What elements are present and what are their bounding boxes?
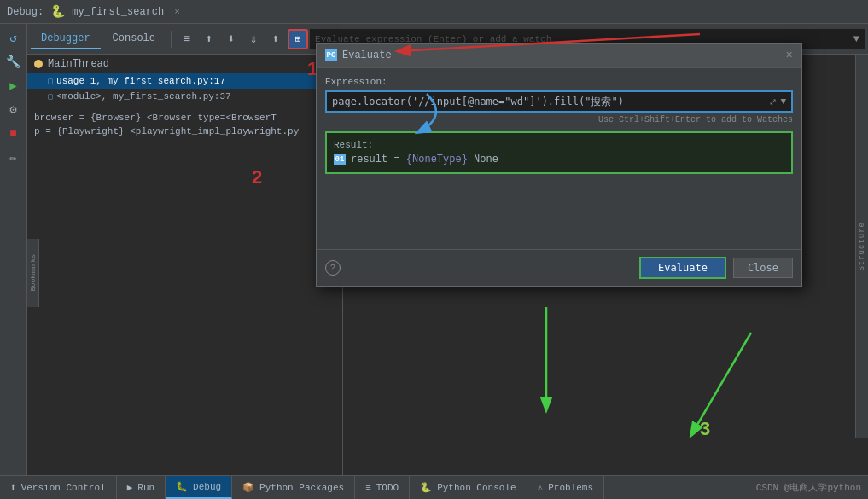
var-playwright: p = {Playwright} <playwright_impl_playwr… xyxy=(31,125,339,138)
step-into-button[interactable]: ⬇ xyxy=(221,29,242,49)
run-icon: ▶ xyxy=(127,482,133,493)
frame-item-1[interactable]: ▢ <module>, my_first_search.py:37 xyxy=(27,89,342,104)
frames-panel: MainThread ▢ usage_1, my_first_search.py… xyxy=(27,55,343,475)
bookmarks-sidebar: Bookmarks xyxy=(27,239,39,307)
packages-icon: 📦 xyxy=(242,482,254,493)
sidebar-play-icon[interactable]: ▶ xyxy=(3,75,24,96)
run-to-cursor-button[interactable]: ⬆ xyxy=(265,29,286,49)
sidebar-wrench-icon[interactable]: 🔧 xyxy=(3,51,24,72)
close-button[interactable]: Close xyxy=(733,258,793,278)
left-sidebar: ↺ 🔧 ▶ ⚙ ■ ✏ xyxy=(0,24,27,475)
dropdown-icon[interactable]: ▼ xyxy=(780,96,786,107)
help-button[interactable]: ? xyxy=(325,260,341,276)
status-python-packages[interactable]: 📦 Python Packages xyxy=(232,476,355,499)
marker-2: 2 xyxy=(252,166,262,189)
dialog-titlebar: PC Evaluate × xyxy=(317,44,801,68)
todo-label: TODO xyxy=(376,483,399,493)
status-todo[interactable]: ≡ TODO xyxy=(355,476,410,499)
expression-input-wrap[interactable]: ⤢ ▼ xyxy=(325,90,793,113)
variables-area: browser = {Browser} <Browser type=<Brows… xyxy=(27,104,342,475)
frame-icon-1: ▢ xyxy=(48,91,53,102)
result-text: result = {NoneType} None xyxy=(351,154,498,165)
dialog-empty-space xyxy=(325,181,793,241)
result-item: 01 result = {NoneType} None xyxy=(334,154,784,165)
watch-dropdown-icon[interactable]: ▼ xyxy=(853,33,859,45)
structure-sidebar: Structure xyxy=(855,55,868,438)
todo-icon: ≡ xyxy=(365,483,371,493)
debug-status-label: Debug xyxy=(193,482,221,492)
console-icon: 🐍 xyxy=(420,482,432,493)
result-pc-icon: 01 xyxy=(334,154,346,165)
frame-item-0[interactable]: ▢ usage_1, my_first_search.py:17 xyxy=(27,73,342,89)
vc-icon: ⬆ xyxy=(10,482,16,493)
step-out-button[interactable]: ⇓ xyxy=(243,29,264,49)
packages-label: Python Packages xyxy=(259,483,344,493)
sidebar-refresh-icon[interactable]: ↺ xyxy=(3,27,24,48)
expression-hint: Use Ctrl+Shift+Enter to add to Watches xyxy=(325,115,793,125)
status-problems[interactable]: ⚠ Problems xyxy=(527,476,604,499)
status-python-console[interactable]: 🐍 Python Console xyxy=(410,476,527,499)
result-value: None xyxy=(474,154,498,165)
structure-label: Structure xyxy=(858,222,866,271)
expression-input[interactable] xyxy=(332,96,766,107)
evaluate-dialog: PC Evaluate × Expression: ⤢ ▼ Use Ctrl+S… xyxy=(316,43,802,287)
debug-label: Debug: xyxy=(7,6,44,18)
dialog-footer: ? Evaluate Close xyxy=(317,249,801,286)
expand-icon[interactable]: ⤢ xyxy=(769,96,777,107)
debug-status-icon: 🐛 xyxy=(176,481,188,492)
problems-icon: ⚠ xyxy=(538,482,544,493)
result-type: {NoneType} xyxy=(406,154,468,165)
status-version-control[interactable]: ⬆ Version Control xyxy=(0,476,117,499)
expression-label: Expression: xyxy=(325,77,793,87)
dialog-title-text: Evaluate xyxy=(342,49,392,61)
toolbar-separator-1 xyxy=(171,31,172,48)
dialog-pc-icon: PC xyxy=(325,49,337,61)
tab-debugger[interactable]: Debugger xyxy=(31,29,101,49)
expression-section: Expression: ⤢ ▼ Use Ctrl+Shift+Enter to … xyxy=(325,77,793,125)
status-debug[interactable]: 🐛 Debug xyxy=(166,476,232,499)
status-right-text: CSDN @电商人学python xyxy=(749,476,868,499)
result-name: result xyxy=(351,154,387,165)
run-label: Run xyxy=(137,483,154,493)
title-close-icon[interactable]: × xyxy=(174,7,180,17)
dialog-body: Expression: ⤢ ▼ Use Ctrl+Shift+Enter to … xyxy=(317,68,801,249)
vc-label: Version Control xyxy=(21,483,106,493)
result-section: Result: 01 result = {NoneType} None xyxy=(325,131,793,174)
result-label: Result: xyxy=(334,140,784,150)
dialog-close-button[interactable]: × xyxy=(786,49,793,62)
frame-icon-0: ▢ xyxy=(48,76,53,86)
sidebar-gear-icon[interactable]: ⚙ xyxy=(3,99,24,119)
title-snake-icon: 🐍 xyxy=(50,4,65,19)
tab-console[interactable]: Console xyxy=(102,29,166,49)
evaluate-expression-button[interactable]: ⊞ xyxy=(288,29,308,49)
bookmarks-label: Bookmarks xyxy=(29,254,37,291)
rerun-button[interactable]: ≡ xyxy=(177,29,197,49)
status-bar: ⬆ Version Control ▶ Run 🐛 Debug 📦 Python… xyxy=(0,475,868,499)
thread-item: MainThread xyxy=(27,55,342,73)
dialog-title: PC Evaluate xyxy=(325,49,392,61)
file-name: my_first_search xyxy=(72,6,164,18)
console-label: Python Console xyxy=(437,483,516,493)
title-bar: Debug: 🐍 my_first_search × xyxy=(0,0,868,24)
thread-dot xyxy=(34,60,43,68)
marker-3: 3 xyxy=(700,418,710,440)
var-browser: browser = {Browser} <Browser type=<Brows… xyxy=(31,111,339,125)
problems-label: Problems xyxy=(548,483,593,493)
status-run[interactable]: ▶ Run xyxy=(117,476,166,499)
thread-name: MainThread xyxy=(48,58,109,70)
sidebar-stop-icon[interactable]: ■ xyxy=(3,123,24,143)
sidebar-edit-icon[interactable]: ✏ xyxy=(3,147,24,167)
step-over-button[interactable]: ⬆ xyxy=(199,29,219,49)
evaluate-button[interactable]: Evaluate xyxy=(639,257,726,279)
